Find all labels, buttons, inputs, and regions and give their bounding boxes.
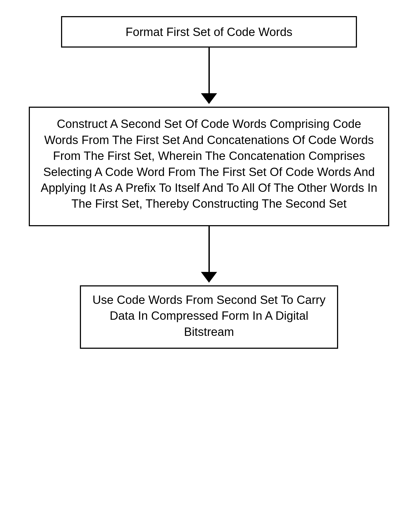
arrow-line-icon: [208, 226, 210, 272]
arrow-line-icon: [208, 48, 210, 93]
arrow-down-icon: [201, 272, 217, 283]
flowchart-step-3: Use Code Words From Second Set To Carry …: [80, 285, 338, 349]
flowchart-step-3-text: Use Code Words From Second Set To Carry …: [93, 293, 326, 338]
arrow-down-icon: [201, 93, 217, 104]
arrow-1: [201, 48, 217, 107]
arrow-2: [201, 226, 217, 285]
flowchart-step-2-text: Construct A Second Set Of Code Words Com…: [41, 117, 377, 210]
flowchart-step-1-text: Format First Set of Code Words: [126, 25, 292, 38]
flowchart-step-1: Format First Set of Code Words: [61, 16, 357, 48]
flowchart-container: Format First Set of Code Words Construct…: [27, 16, 391, 349]
flowchart-step-2: Construct A Second Set Of Code Words Com…: [29, 107, 389, 226]
